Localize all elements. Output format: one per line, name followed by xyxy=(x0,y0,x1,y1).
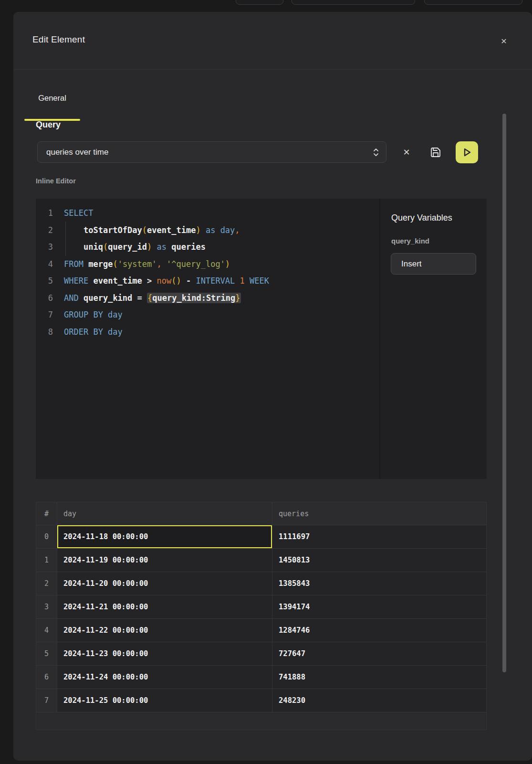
query-select-value: queries over time xyxy=(46,148,372,157)
row-index-cell: 0 xyxy=(36,525,57,549)
code-line: 8ORDER BY day xyxy=(36,324,379,341)
play-icon xyxy=(461,147,473,158)
day-cell[interactable]: 2024-11-21 00:00:00 xyxy=(57,595,272,619)
save-icon[interactable] xyxy=(428,144,444,160)
insert-variable-button[interactable]: Insert xyxy=(391,253,476,275)
chevron-updown-icon xyxy=(372,147,380,158)
table-row: 02024-11-18 00:00:001111697 xyxy=(36,525,486,549)
row-index-cell: 1 xyxy=(36,549,57,572)
line-number: 6 xyxy=(36,290,53,307)
line-number: 3 xyxy=(36,239,53,256)
queries-cell[interactable]: 741888 xyxy=(272,666,486,689)
queries-cell[interactable]: 727647 xyxy=(272,642,486,666)
line-number: 2 xyxy=(36,222,53,239)
table-footer-strip xyxy=(36,712,486,730)
queries-cell[interactable]: 1394174 xyxy=(272,595,486,619)
table-row: 62024-11-24 00:00:00741888 xyxy=(36,666,486,689)
day-cell[interactable]: 2024-11-25 00:00:00 xyxy=(57,689,272,712)
query-select[interactable]: queries over time xyxy=(37,141,386,163)
line-number: 8 xyxy=(36,324,53,341)
run-query-button[interactable] xyxy=(456,141,478,163)
indent-guide xyxy=(65,222,66,256)
edit-element-dialog: Edit Element ✕ General Query queries ove… xyxy=(13,12,532,761)
line-number: 7 xyxy=(36,307,53,324)
row-index-cell: 3 xyxy=(36,595,57,619)
sql-editor-panel: 1SELECT2 toStartOfDay(event_time) as day… xyxy=(36,199,487,479)
row-index-cell: 5 xyxy=(36,642,57,666)
table-row: 22024-11-20 00:00:001385843 xyxy=(36,572,486,595)
line-number: 1 xyxy=(36,205,53,222)
column-header: queries xyxy=(272,502,486,525)
queries-cell[interactable]: 1450813 xyxy=(272,549,486,572)
day-cell[interactable]: 2024-11-18 00:00:00 xyxy=(57,525,272,549)
queries-cell[interactable]: 1111697 xyxy=(272,525,486,549)
editor-panel-divider xyxy=(379,199,380,479)
background-toolbar-button xyxy=(236,0,283,5)
table-header-row: #dayqueries xyxy=(36,502,486,525)
code-line: 4FROM merge('system', '^query_log') xyxy=(36,256,379,273)
clear-query-icon[interactable]: ✕ xyxy=(398,144,415,160)
background-toolbar-button xyxy=(292,0,415,5)
sql-code-editor[interactable]: 1SELECT2 toStartOfDay(event_time) as day… xyxy=(36,199,379,479)
code-line: 7GROUP BY day xyxy=(36,307,379,324)
day-cell[interactable]: 2024-11-19 00:00:00 xyxy=(57,549,272,572)
dialog-title: Edit Element xyxy=(32,34,85,45)
day-cell[interactable]: 2024-11-22 00:00:00 xyxy=(57,619,272,642)
code-line: 3 uniq(query_id) as queries xyxy=(36,239,379,256)
tab-general[interactable]: General xyxy=(24,82,80,121)
dialog-scrollbar[interactable] xyxy=(502,114,506,672)
queries-cell[interactable]: 1385843 xyxy=(272,572,486,595)
row-index-cell: 6 xyxy=(36,666,57,689)
line-number: 4 xyxy=(36,256,53,273)
column-header: day xyxy=(57,502,272,525)
query-variables-heading: Query Variables xyxy=(391,213,452,223)
queries-cell[interactable]: 248230 xyxy=(272,689,486,712)
queries-cell[interactable]: 1284746 xyxy=(272,619,486,642)
day-cell[interactable]: 2024-11-20 00:00:00 xyxy=(57,572,272,595)
day-cell[interactable]: 2024-11-24 00:00:00 xyxy=(57,666,272,689)
line-number: 5 xyxy=(36,273,53,290)
code-line: 5WHERE event_time > now() - INTERVAL 1 W… xyxy=(36,273,379,290)
query-section-heading: Query xyxy=(36,120,61,130)
inline-editor-label: Inline Editor xyxy=(36,177,76,185)
close-icon[interactable]: ✕ xyxy=(496,33,511,49)
query-variable-chip: {query_kind:String} xyxy=(147,293,241,303)
table-row: 72024-11-25 00:00:00248230 xyxy=(36,689,486,712)
code-line: 6AND query_kind = {query_kind:String} xyxy=(36,290,379,307)
query-results-table: #dayqueries02024-11-18 00:00:00111169712… xyxy=(36,502,487,730)
header-divider xyxy=(13,69,532,70)
day-cell[interactable]: 2024-11-23 00:00:00 xyxy=(57,642,272,666)
background-toolbar-button xyxy=(424,0,522,5)
row-index-cell: 4 xyxy=(36,619,57,642)
query-variable-name: query_kind xyxy=(391,237,429,245)
row-index-cell: 7 xyxy=(36,689,57,712)
table-row: 52024-11-23 00:00:00727647 xyxy=(36,642,486,666)
table-row: 32024-11-21 00:00:001394174 xyxy=(36,595,486,619)
table-row: 12024-11-19 00:00:001450813 xyxy=(36,549,486,572)
row-index-cell: 2 xyxy=(36,572,57,595)
tab-general-label: General xyxy=(24,94,80,103)
column-header: # xyxy=(36,502,57,525)
code-line: 2 toStartOfDay(event_time) as day, xyxy=(36,222,379,239)
table-row: 42024-11-22 00:00:001284746 xyxy=(36,619,486,642)
code-line: 1SELECT xyxy=(36,205,379,222)
